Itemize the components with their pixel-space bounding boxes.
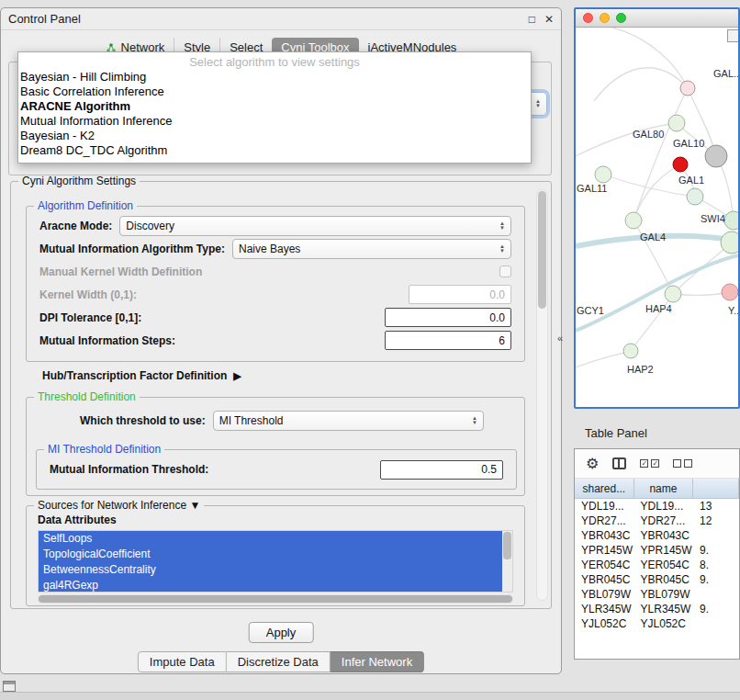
table-row[interactable]: YBR045C YBR045C 9. bbox=[575, 572, 739, 587]
column-header[interactable]: shared... bbox=[575, 479, 634, 498]
node-gal1[interactable] bbox=[687, 188, 703, 205]
table-row[interactable]: YBL079W YBL079W bbox=[575, 587, 739, 602]
mi-threshold-field[interactable]: 0.5 bbox=[380, 460, 503, 480]
scrollbar-thumb[interactable] bbox=[538, 191, 546, 309]
mi-algorithm-type-combobox[interactable]: Naive Bayes ▲▼ bbox=[232, 239, 511, 259]
node[interactable] bbox=[680, 81, 695, 96]
sources-group-title[interactable]: Sources for Network Inference ▼ bbox=[34, 499, 204, 512]
aracne-mode-combobox[interactable]: Discovery ▲▼ bbox=[119, 216, 511, 236]
control-panel-window: Control Panel □ ✕ Network Style bbox=[0, 7, 562, 674]
node[interactable] bbox=[668, 115, 685, 131]
list-item[interactable]: TopologicalCoefficient bbox=[39, 547, 502, 562]
network-view-window: GAL... GAL80 GAL10 GAL11 GAL1 SWI4 GAL4 … bbox=[574, 7, 740, 409]
cell: YLR345W bbox=[634, 603, 694, 615]
dpi-tolerance-field[interactable]: 0.0 bbox=[385, 308, 511, 327]
cell: 9. bbox=[693, 603, 739, 615]
zoom-window-button[interactable] bbox=[616, 13, 626, 23]
gear-icon[interactable]: ⚙ bbox=[586, 457, 599, 471]
cell: YBL079W bbox=[575, 588, 634, 601]
algorithm-option[interactable]: Dream8 DC_TDC Algorithm bbox=[18, 143, 531, 158]
kernel-width-value: 0.0 bbox=[489, 288, 505, 301]
cell: YDL19... bbox=[634, 500, 694, 513]
close-panel-icon[interactable]: ✕ bbox=[544, 13, 554, 26]
svg-text:GCY1: GCY1 bbox=[577, 305, 604, 316]
deselect-all-icon[interactable] bbox=[673, 459, 692, 468]
mi-threshold-definition-title: MI Threshold Definition bbox=[44, 443, 164, 456]
svg-text:GAL1: GAL1 bbox=[678, 175, 704, 186]
table-row[interactable]: YPR145W YPR145W 9. bbox=[575, 543, 739, 558]
svg-text:HAP2: HAP2 bbox=[627, 364, 654, 375]
algorithm-option-selected[interactable]: ARACNE Algorithm bbox=[18, 99, 531, 114]
table-row[interactable]: YBR043C YBR043C bbox=[575, 528, 739, 543]
data-attributes-label: Data Attributes bbox=[38, 514, 117, 526]
restore-panel-icon[interactable] bbox=[3, 681, 16, 692]
manual-kernel-width-label: Manual Kernel Width Definition bbox=[39, 265, 492, 278]
float-panel-icon[interactable]: □ bbox=[529, 13, 535, 26]
panel-collapse-icon[interactable]: « bbox=[557, 333, 563, 344]
algorithm-option[interactable]: Basic Correlation Inference bbox=[18, 85, 531, 99]
svg-text:GAL...: GAL... bbox=[713, 68, 738, 79]
mi-steps-field[interactable]: 6 bbox=[385, 331, 511, 350]
node-hap2[interactable] bbox=[623, 344, 638, 358]
hub-tf-definition-label: Hub/Transcription Factor Definition bbox=[42, 369, 227, 382]
which-threshold-combobox[interactable]: MI Threshold ▲▼ bbox=[213, 411, 484, 431]
algorithm-popup-placeholder: Select algorithm to view settings bbox=[18, 54, 531, 70]
aracne-mode-value: Discovery bbox=[126, 220, 174, 232]
node-gal4[interactable] bbox=[625, 212, 642, 229]
columns-icon[interactable] bbox=[612, 457, 626, 469]
threshold-definition-title: Threshold Definition bbox=[34, 390, 140, 403]
svg-text:SWI4: SWI4 bbox=[701, 213, 725, 224]
node[interactable] bbox=[722, 284, 738, 300]
cell: YER054C bbox=[575, 559, 634, 571]
data-attributes-list[interactable]: SelfLoops TopologicalCoefficient Between… bbox=[38, 530, 513, 593]
algorithm-option[interactable]: Bayesian - Hill Climbing bbox=[18, 70, 531, 85]
table-row[interactable]: YDL19... YDL19... 13 bbox=[575, 499, 739, 514]
cell: YBR043C bbox=[575, 529, 634, 542]
tab-infer-network[interactable]: Infer Network bbox=[331, 651, 424, 672]
cell: YPR145W bbox=[575, 544, 634, 557]
list-item[interactable]: gal4RGexp bbox=[39, 578, 502, 593]
combo-arrows-icon: ▲▼ bbox=[499, 221, 505, 231]
list-item[interactable]: BetweennessCentrality bbox=[39, 562, 502, 578]
network-window-titlebar[interactable] bbox=[576, 9, 738, 28]
which-threshold-value: MI Threshold bbox=[219, 414, 284, 427]
column-header[interactable]: name bbox=[634, 479, 694, 498]
aracne-mode-label: Aracne Mode: bbox=[39, 220, 112, 232]
table-row[interactable]: YJL052C YJL052C bbox=[575, 616, 739, 631]
hub-tf-definition-toggle[interactable]: Hub/Transcription Factor Definition ▶ bbox=[42, 369, 241, 382]
column-header[interactable] bbox=[693, 479, 739, 498]
network-edges bbox=[576, 28, 734, 367]
cell: YBR045C bbox=[575, 573, 634, 586]
cell: YPR145W bbox=[634, 544, 694, 557]
birdseye-toggle-icon[interactable] bbox=[727, 29, 740, 42]
close-window-button[interactable] bbox=[583, 13, 593, 23]
list-vertical-scrollbar[interactable] bbox=[502, 531, 512, 592]
node-gal10[interactable] bbox=[705, 145, 727, 167]
node-swi4[interactable] bbox=[724, 211, 738, 230]
tab-impute-data[interactable]: Impute Data bbox=[138, 651, 227, 672]
node[interactable] bbox=[721, 231, 738, 254]
algorithm-option[interactable]: Bayesian - K2 bbox=[18, 129, 531, 143]
settings-vertical-scrollbar[interactable] bbox=[536, 189, 548, 601]
network-canvas[interactable]: GAL... GAL80 GAL10 GAL11 GAL1 SWI4 GAL4 … bbox=[576, 28, 738, 408]
minimize-window-button[interactable] bbox=[600, 13, 610, 23]
select-all-icon[interactable]: ✓✓ bbox=[640, 459, 659, 468]
algorithm-option[interactable]: Mutual Information Inference bbox=[18, 114, 531, 129]
sources-group-title-label: Sources for Network Inference bbox=[38, 499, 186, 512]
node-selected-red[interactable] bbox=[673, 157, 688, 172]
list-horizontal-scrollbar[interactable] bbox=[38, 594, 513, 604]
table-row[interactable]: YER054C YER054C 8. bbox=[575, 558, 739, 572]
kernel-width-field[interactable]: 0.0 bbox=[409, 285, 511, 304]
list-item[interactable]: SelfLoops bbox=[39, 531, 502, 547]
algorithm-dropdown-popup: Select algorithm to view settings Bayesi… bbox=[17, 51, 532, 164]
node-hap4[interactable] bbox=[665, 286, 681, 302]
cell: YBR045C bbox=[634, 573, 694, 586]
combo-arrows-icon: ▲▼ bbox=[499, 244, 505, 254]
apply-button[interactable]: Apply bbox=[249, 622, 314, 643]
table-row[interactable]: YLR345W YLR345W 9. bbox=[575, 602, 739, 616]
table-row[interactable]: YDR27... YDR27... 12 bbox=[575, 514, 739, 528]
control-panel-title: Control Panel bbox=[8, 12, 81, 26]
tab-discretize-data[interactable]: Discretize Data bbox=[227, 651, 331, 672]
node-gal11[interactable] bbox=[595, 166, 611, 183]
manual-kernel-width-checkbox[interactable] bbox=[499, 265, 511, 277]
